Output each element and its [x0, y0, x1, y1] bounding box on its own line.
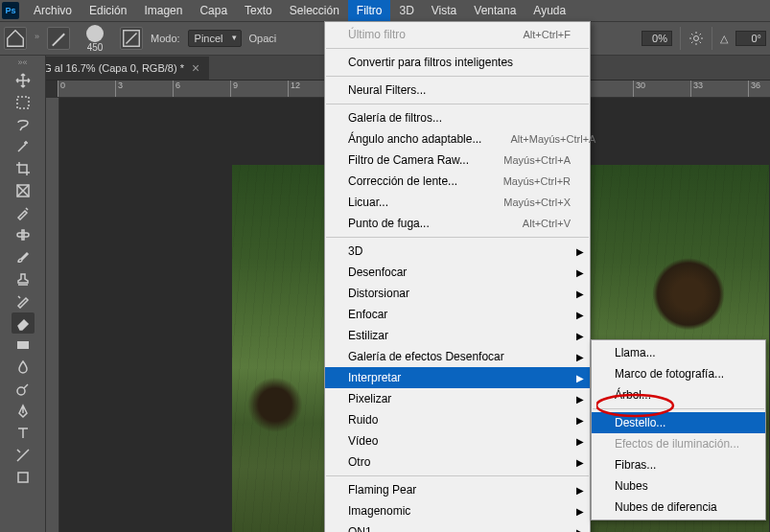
submenu-lens-flare[interactable]: Destello... [592, 412, 765, 433]
menu-distort[interactable]: Distorsionar▶ [325, 283, 590, 304]
ruler-mark: 9 [230, 81, 288, 97]
menu-video[interactable]: Vídeo▶ [325, 430, 590, 451]
menu-texto[interactable]: Texto [236, 0, 281, 21]
mode-select[interactable]: Pincel [188, 30, 242, 47]
submenu-lighting-effects[interactable]: Efectos de iluminación... [592, 433, 765, 454]
lasso-tool[interactable] [12, 114, 35, 135]
menu-vista[interactable]: Vista [423, 0, 465, 21]
marquee-tool[interactable] [12, 92, 35, 113]
home-icon[interactable] [4, 27, 27, 50]
menu-edicion[interactable]: Edición [81, 0, 135, 21]
dodge-tool[interactable] [12, 379, 35, 400]
angle-field[interactable]: 0° [735, 31, 766, 46]
frame-tool[interactable] [12, 180, 35, 201]
submenu-fibers[interactable]: Fibras... [592, 454, 765, 475]
menu-filter-gallery[interactable]: Galería de filtros... [325, 107, 590, 128]
history-brush-tool[interactable] [12, 290, 35, 312]
heal-tool[interactable] [12, 224, 35, 245]
ruler-mark: 3 [115, 81, 173, 97]
submenu-flame[interactable]: Llama... [592, 342, 765, 363]
menu-adaptive-wide[interactable]: Ángulo ancho adaptable...Alt+Mayús+Ctrl+… [325, 128, 590, 150]
ruler-mark: 36 [748, 81, 770, 97]
ruler-vertical [46, 98, 59, 532]
submenu-picture-frame[interactable]: Marco de fotografía... [592, 363, 765, 384]
path-tool[interactable] [12, 445, 35, 466]
percent-field[interactable]: 0% [642, 31, 672, 46]
menu-capa[interactable]: Capa [191, 0, 236, 21]
menubar: Ps Archivo Edición Imagen Capa Texto Sel… [0, 0, 770, 21]
menu-liquify[interactable]: Licuar...Mayús+Ctrl+X [325, 192, 590, 213]
menu-lens-correction[interactable]: Corrección de lente...Mayús+Ctrl+R [325, 171, 590, 192]
gradient-tool[interactable] [12, 335, 35, 356]
ruler-mark: 0 [58, 81, 115, 97]
ruler-mark: 33 [690, 81, 748, 97]
move-tool[interactable] [12, 70, 35, 91]
brush-preview[interactable]: 450 [78, 24, 112, 53]
opacity-label: Opaci [249, 33, 277, 44]
mode-label: Modo: [151, 33, 180, 44]
ruler-mark: 6 [173, 81, 230, 97]
menu-other[interactable]: Otro▶ [325, 451, 590, 473]
gear-icon[interactable] [688, 31, 704, 46]
menu-seleccion[interactable]: Selección [281, 0, 348, 21]
menu-archivo[interactable]: Archivo [25, 0, 81, 21]
svg-rect-2 [17, 97, 29, 108]
submenu-clouds[interactable]: Nubes [592, 475, 765, 497]
wand-tool[interactable] [12, 136, 35, 157]
menu-ayuda[interactable]: Ayuda [525, 0, 574, 21]
brush-panel-icon[interactable] [120, 27, 143, 50]
filter-menu: Último filtroAlt+Ctrl+F Convertir para f… [324, 21, 591, 532]
app-icon: Ps [2, 2, 19, 19]
submenu-tree[interactable]: Árbol... [592, 384, 765, 405]
menu-on1[interactable]: ON1▶ [325, 521, 590, 532]
menu-noise[interactable]: Ruido▶ [325, 409, 590, 430]
type-tool[interactable] [12, 423, 35, 444]
brush-tool[interactable] [12, 246, 35, 267]
render-submenu: Llama... Marco de fotografía... Árbol...… [591, 339, 766, 520]
eyedropper-tool[interactable] [12, 202, 35, 223]
stamp-tool[interactable] [12, 268, 35, 289]
menu-blur[interactable]: Desenfocar▶ [325, 262, 590, 283]
menu-convert-smart[interactable]: Convertir para filtros inteligentes [325, 52, 590, 73]
menu-filtro[interactable]: Filtro [348, 0, 391, 21]
submenu-difference-clouds[interactable]: Nubes de diferencia [592, 497, 765, 518]
menu-blur-gallery[interactable]: Galería de efectos Desenfocar▶ [325, 346, 590, 367]
menu-flaming-pear[interactable]: Flaming Pear▶ [325, 479, 590, 500]
separator [712, 27, 712, 50]
menu-render[interactable]: Interpretar▶ [325, 367, 590, 388]
svg-rect-5 [17, 341, 29, 349]
collapse-icon[interactable]: »« [17, 58, 27, 67]
close-icon[interactable]: × [192, 60, 199, 76]
menu-imagenomic[interactable]: Imagenomic▶ [325, 500, 590, 521]
chevron-icon: » [35, 32, 39, 41]
menu-imagen[interactable]: Imagen [135, 0, 191, 21]
menu-ventana[interactable]: Ventana [465, 0, 525, 21]
blur-tool[interactable] [12, 357, 35, 378]
menu-vanishing-point[interactable]: Punto de fuga...Alt+Ctrl+V [325, 213, 590, 234]
svg-rect-7 [18, 473, 28, 482]
separator [680, 27, 681, 50]
menu-last-filter[interactable]: Último filtroAlt+Ctrl+F [325, 24, 590, 45]
angle-icon: △ [720, 33, 728, 45]
shape-tool[interactable] [12, 467, 35, 488]
svg-point-1 [694, 36, 699, 41]
menu-3d[interactable]: 3D [390, 0, 422, 21]
brush-dot-icon [86, 25, 104, 42]
menu-sharpen[interactable]: Enfocar▶ [325, 304, 590, 325]
eraser-tool[interactable] [12, 312, 35, 334]
menu-3d[interactable]: 3D▶ [325, 241, 590, 262]
toolbox: »« [0, 56, 46, 532]
tool-preset-icon[interactable] [47, 27, 70, 50]
brush-size-value: 450 [87, 42, 104, 53]
menu-pixelate[interactable]: Pixelizar▶ [325, 388, 590, 409]
pen-tool[interactable] [12, 401, 35, 422]
menu-stylize[interactable]: Estilizar▶ [325, 325, 590, 346]
ruler-mark: 30 [633, 81, 690, 97]
crop-tool[interactable] [12, 158, 35, 179]
svg-point-6 [17, 387, 25, 395]
svg-rect-4 [17, 233, 29, 237]
menu-neural-filters[interactable]: Neural Filters... [325, 80, 590, 101]
menu-camera-raw[interactable]: Filtro de Camera Raw...Mayús+Ctrl+A [325, 150, 590, 171]
